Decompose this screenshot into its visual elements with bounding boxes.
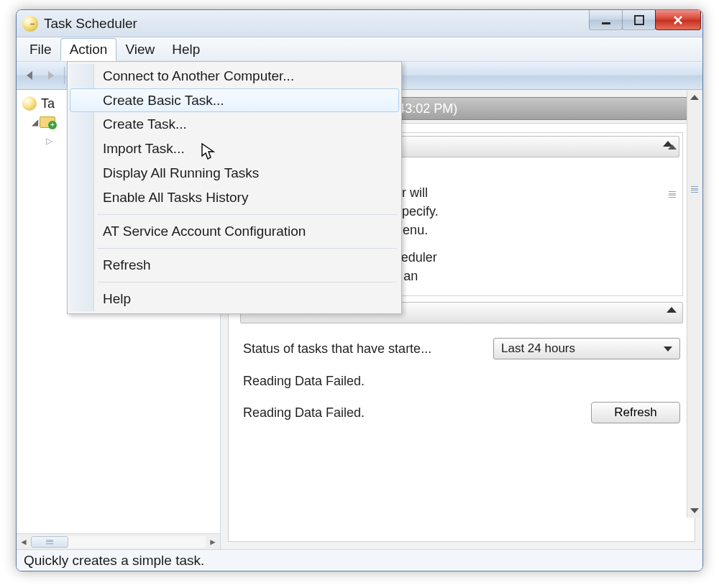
menu-enable-tasks-history[interactable]: Enable All Tasks History xyxy=(70,185,399,210)
client-vertical-scrollbar[interactable] xyxy=(687,91,702,518)
refresh-button[interactable]: Refresh xyxy=(591,402,680,423)
close-button[interactable] xyxy=(655,10,701,30)
maximize-button[interactable] xyxy=(622,10,656,30)
scroll-up-icon[interactable] xyxy=(668,144,677,150)
svg-rect-0 xyxy=(602,22,610,24)
menu-separator xyxy=(97,214,397,215)
folder-plus-icon xyxy=(40,116,55,128)
scroll-left-icon[interactable]: ◄ xyxy=(17,535,31,549)
status-text: Quickly creates a simple task. xyxy=(24,553,204,569)
scroll-track[interactable] xyxy=(31,536,206,548)
scroll-grip[interactable] xyxy=(669,191,676,198)
collapse-up-icon[interactable] xyxy=(667,307,677,313)
status-range-dropdown[interactable]: Last 24 hours xyxy=(493,338,680,359)
scroll-grip[interactable] xyxy=(691,186,698,193)
menu-at-service-config[interactable]: AT Service Account Configuration xyxy=(70,219,399,244)
dropdown-value: Last 24 hours xyxy=(501,341,575,356)
tree-collapse-icon[interactable]: ◢ xyxy=(31,117,38,127)
menu-create-basic-task[interactable]: Create Basic Task... xyxy=(70,88,399,112)
minimize-button[interactable] xyxy=(589,10,623,30)
back-button[interactable] xyxy=(21,65,41,86)
app-window: Task Scheduler File Action View Help xyxy=(16,9,703,571)
menu-bar: File Action View Help xyxy=(17,37,702,62)
menu-file[interactable]: File xyxy=(21,39,60,60)
menu-help[interactable]: Help xyxy=(163,39,209,60)
menu-view[interactable]: View xyxy=(116,39,163,60)
menu-display-running-tasks[interactable]: Display All Running Tasks xyxy=(70,161,399,185)
menu-refresh[interactable]: Refresh xyxy=(70,253,399,277)
menu-help[interactable]: Help xyxy=(70,287,399,311)
scroll-up-icon[interactable] xyxy=(690,95,699,100)
scroll-down-icon[interactable] xyxy=(690,508,699,513)
app-clock-icon xyxy=(22,16,38,32)
overview-scrollbar[interactable] xyxy=(665,144,679,318)
chevron-down-icon xyxy=(664,346,672,352)
tree-expand-icon[interactable]: ▷ xyxy=(45,136,52,146)
menu-action[interactable]: Action xyxy=(60,38,117,61)
menu-connect-computer[interactable]: Connect to Another Computer... xyxy=(70,64,399,88)
scroll-right-icon[interactable]: ► xyxy=(206,535,220,549)
status-error-1: Reading Data Failed. xyxy=(243,374,680,389)
tree-horizontal-scrollbar[interactable]: ◄ ► xyxy=(17,533,220,549)
tree-root-label: Ta xyxy=(41,96,55,111)
task-status-label: Status of tasks that have starte... xyxy=(243,341,431,357)
refresh-button-label: Refresh xyxy=(614,405,657,420)
menu-separator xyxy=(97,282,397,282)
window-title: Task Scheduler xyxy=(44,16,137,32)
menu-separator xyxy=(97,248,397,249)
scroll-thumb[interactable] xyxy=(31,536,68,548)
menu-create-task[interactable]: Create Task... xyxy=(70,112,399,137)
svg-rect-1 xyxy=(635,16,644,24)
clock-icon xyxy=(22,96,37,111)
status-bar: Quickly creates a simple task. xyxy=(17,549,702,571)
status-error-2: Reading Data Failed. xyxy=(243,405,365,421)
title-bar[interactable]: Task Scheduler xyxy=(17,10,702,37)
menu-import-task[interactable]: Import Task... xyxy=(70,137,399,161)
action-dropdown-menu: Connect to Another Computer... Create Ba… xyxy=(67,61,402,314)
forward-button[interactable] xyxy=(41,65,61,86)
toolbar-separator xyxy=(64,67,65,84)
